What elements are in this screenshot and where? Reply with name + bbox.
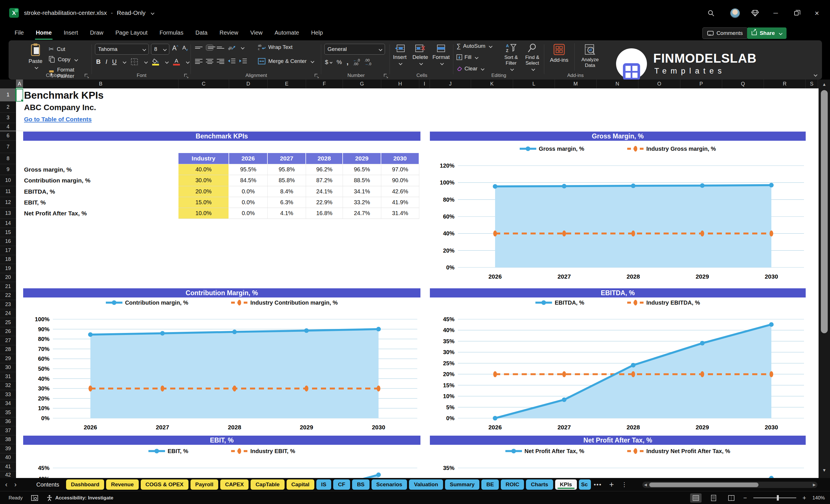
alignment-dialog-launcher[interactable] [315, 74, 319, 78]
decrease-indent-icon[interactable] [228, 58, 236, 64]
cell-2028-row11[interactable]: 24.1% [306, 186, 343, 197]
table-header-2026[interactable]: 2026 [229, 153, 268, 164]
column-header-F[interactable]: F [306, 80, 343, 88]
cell-2030-row13[interactable]: 31.4% [381, 208, 419, 219]
column-header-A[interactable]: A [16, 80, 23, 88]
row-header-38[interactable]: 38 [0, 435, 16, 444]
table-header-2029[interactable]: 2029 [343, 153, 381, 164]
column-header-O[interactable]: O [638, 80, 680, 88]
sheet-tab-capex[interactable]: CAPEX [220, 479, 249, 490]
row-header-30[interactable]: 30 [0, 363, 16, 372]
sheet-tab-payroll[interactable]: Payroll [190, 479, 218, 490]
sheet-tab-revenue[interactable]: Revenue [106, 479, 138, 490]
sheet-options-kebab-icon[interactable]: ⋮ [621, 481, 627, 488]
cell-2029-row10[interactable]: 88.5% [343, 175, 381, 186]
cell-2030-row10[interactable]: 90.0% [381, 175, 419, 186]
sheet-tab-cf[interactable]: CF [333, 479, 350, 490]
align-right-icon[interactable] [217, 59, 224, 64]
clear-button[interactable]: Clear [456, 65, 484, 72]
column-header-I[interactable]: I [419, 80, 430, 88]
sheet-tab-summary[interactable]: Summary [445, 479, 480, 490]
column-header-G[interactable]: G [343, 80, 381, 88]
font-color-button[interactable]: A [173, 58, 180, 65]
row-header-22[interactable]: 22 [0, 291, 16, 300]
cell-2027-row12[interactable]: 6.3% [268, 197, 306, 208]
cell-industry-row13[interactable]: 10.0% [179, 208, 229, 219]
row-header-3[interactable]: 3 [0, 113, 16, 123]
more-sheets-icon[interactable]: ••• [594, 481, 602, 488]
cell-2027-row9[interactable]: 95.8% [268, 164, 306, 175]
macro-record-icon[interactable] [31, 495, 38, 501]
sheet-tab-kpis[interactable]: KPIs [555, 479, 577, 490]
cell-2027-row13[interactable]: 4.1% [268, 208, 306, 219]
next-sheet-icon[interactable]: › [14, 480, 17, 489]
share-button[interactable]: Share [747, 28, 787, 39]
restore-button[interactable] [790, 7, 802, 19]
table-of-contents-link[interactable]: Go to Table of Contents [24, 116, 92, 123]
cell-industry-row10[interactable]: 30.0% [179, 175, 229, 186]
zoom-slider-handle[interactable] [777, 495, 779, 501]
sheet-tab-scenarios[interactable]: Scenarios [372, 479, 407, 490]
autosum-button[interactable]: ∑ AutoSum [456, 43, 492, 50]
row-header-4[interactable]: 4 [0, 123, 16, 131]
row-header-34[interactable]: 34 [0, 399, 16, 408]
row-header-17[interactable]: 17 [0, 246, 16, 255]
menu-tab-draw[interactable]: Draw [84, 25, 109, 40]
chevron-down-icon[interactable] [165, 60, 169, 64]
column-header-B[interactable]: B [23, 80, 179, 88]
sheet-grid[interactable]: Benchmark KPIs ABC Company Inc. Go to Ta… [16, 88, 819, 478]
align-middle-icon[interactable] [206, 44, 213, 51]
comments-button[interactable]: Comments [702, 28, 747, 39]
sheet-tab-charts[interactable]: Charts [526, 479, 553, 490]
menu-tab-automate[interactable]: Automate [268, 25, 305, 40]
close-button[interactable]: × [810, 7, 823, 19]
row-header-14[interactable]: 14 [0, 219, 16, 228]
cell-2026-row13[interactable]: 0.0% [229, 208, 268, 219]
font-name-select[interactable]: Tahoma [95, 44, 149, 55]
column-header-C[interactable]: C [179, 80, 229, 88]
zoom-level[interactable]: 140% [812, 495, 825, 501]
menu-tab-review[interactable]: Review [213, 25, 244, 40]
cell-2027-row11[interactable]: 8.4% [268, 186, 306, 197]
add-sheet-icon[interactable]: + [609, 480, 614, 489]
cell-2026-row11[interactable]: 0.0% [229, 186, 268, 197]
avatar[interactable] [729, 7, 741, 19]
accounting-format-button[interactable]: $ [325, 59, 332, 65]
cell-2028-row13[interactable]: 16.8% [306, 208, 343, 219]
align-center-icon[interactable] [206, 59, 213, 64]
orientation-button[interactable]: ab [228, 44, 236, 51]
merge-center-button[interactable]: Merge & Center [258, 58, 314, 64]
page-break-view-icon[interactable] [726, 494, 737, 503]
minimize-button[interactable]: ─ [769, 7, 782, 19]
benchmark-kpis-banner[interactable]: Benchmark KPIs [23, 132, 420, 141]
menu-tab-data[interactable]: Data [189, 25, 213, 40]
cell-2030-row9[interactable]: 97.0% [381, 164, 419, 175]
cell-2029-row13[interactable]: 24.7% [343, 208, 381, 219]
row-header-32[interactable]: 32 [0, 381, 16, 390]
row-header-41[interactable]: 41 [0, 462, 16, 471]
row-header-35[interactable]: 35 [0, 408, 16, 417]
row-header-8[interactable]: 8 [0, 153, 16, 164]
column-header-Q[interactable]: Q [722, 80, 764, 88]
sort-filter-button[interactable]: AZ Sort & Filter [501, 43, 521, 70]
increase-font-icon[interactable]: A^ [172, 44, 178, 52]
premium-diamond-icon[interactable] [749, 7, 761, 19]
clipboard-dialog-launcher[interactable] [85, 74, 89, 78]
accessibility-status[interactable]: Accessibility: Investigate [46, 495, 113, 501]
chart-ebitda[interactable]: EBITDA, %EBITDA, %Industry EBITDA, %45%4… [430, 288, 806, 433]
table-header-2030[interactable]: 2030 [381, 153, 419, 164]
kpi-label[interactable]: EBITDA, % [24, 186, 55, 197]
column-header-K[interactable]: K [471, 80, 513, 88]
bold-button[interactable]: B [96, 58, 101, 65]
row-header-26[interactable]: 26 [0, 327, 16, 336]
row-header-29[interactable]: 29 [0, 354, 16, 363]
menu-tab-file[interactable]: File [8, 25, 30, 40]
cell-2027-row10[interactable]: 85.8% [268, 175, 306, 186]
analyze-data-button[interactable]: Analyze Data [577, 44, 603, 68]
sheet-tab-capital[interactable]: Capital [287, 479, 314, 490]
kpi-label[interactable]: Net Profit After Tax, % [24, 208, 87, 219]
zoom-out-icon[interactable]: − [743, 494, 747, 502]
column-header-D[interactable]: D [229, 80, 268, 88]
find-select-button[interactable]: Find & Select [522, 43, 542, 70]
row-header-6[interactable]: 6 [0, 131, 16, 141]
